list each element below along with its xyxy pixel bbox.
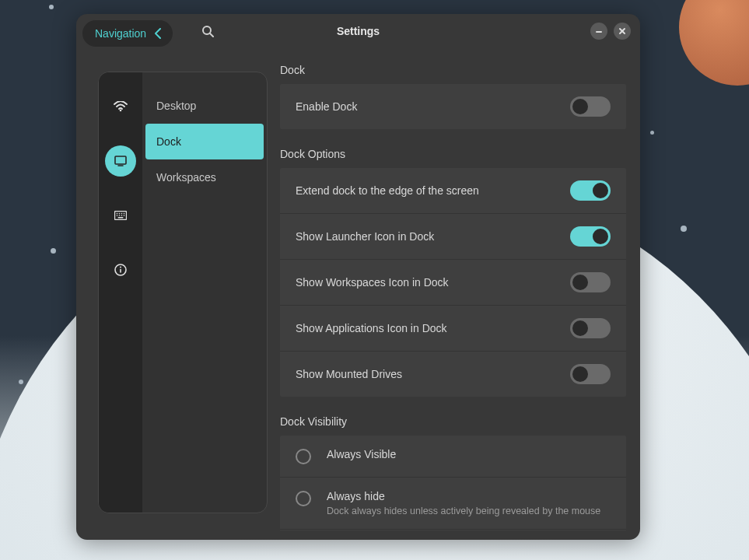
svg-point-14 bbox=[119, 215, 121, 216]
keyboard-icon bbox=[114, 211, 127, 220]
radio-sublabel: Dock always hides unless actively being … bbox=[327, 506, 600, 516]
row-mounted-drives: Show Mounted Drives bbox=[280, 352, 626, 397]
settings-window: Navigation Settings bbox=[76, 14, 640, 540]
svg-point-15 bbox=[121, 215, 123, 216]
search-button[interactable] bbox=[198, 21, 218, 41]
section-options: Extend dock to the edge of the screen Sh… bbox=[280, 168, 626, 397]
svg-rect-17 bbox=[118, 217, 124, 219]
display-icon bbox=[114, 156, 127, 166]
svg-point-10 bbox=[119, 213, 121, 215]
sidebar-category-wifi[interactable] bbox=[105, 91, 136, 122]
svg-rect-6 bbox=[115, 156, 126, 164]
svg-point-13 bbox=[117, 215, 118, 216]
row-applications-icon: Show Applications Icon in Dock bbox=[280, 306, 626, 352]
radio-label: Always Visible bbox=[327, 448, 396, 460]
nav-label: Navigation bbox=[95, 27, 146, 40]
row-launcher-icon: Show Launcher Icon in Dock bbox=[280, 214, 626, 260]
radio-always-hide[interactable]: Always hide Dock always hides unless act… bbox=[280, 478, 626, 530]
row-label: Show Applications Icon in Dock bbox=[296, 322, 447, 334]
toggle-launcher-icon[interactable] bbox=[570, 226, 611, 247]
row-label: Show Launcher Icon in Dock bbox=[296, 230, 434, 243]
section-heading-options: Dock Options bbox=[280, 143, 637, 168]
toggle-mounted-drives[interactable] bbox=[570, 364, 611, 384]
svg-rect-20 bbox=[120, 269, 121, 273]
radio-always-visible[interactable]: Always Visible bbox=[280, 436, 626, 478]
radio-label: Always hide bbox=[327, 490, 600, 502]
svg-line-1 bbox=[210, 33, 213, 37]
sidebar-item-dock[interactable]: Dock bbox=[145, 124, 264, 159]
row-workspaces-icon: Show Workspaces Icon in Dock bbox=[280, 260, 626, 306]
toggle-extend-dock[interactable] bbox=[570, 180, 611, 201]
sidebar-category-keyboard[interactable] bbox=[105, 200, 136, 231]
row-label: Extend dock to the edge of the screen bbox=[296, 184, 479, 197]
sidebar-item-label: Dock bbox=[156, 135, 181, 148]
close-icon bbox=[618, 27, 626, 35]
section-visibility: Always Visible Always hide Dock always h… bbox=[280, 436, 626, 530]
sidebar-category-display[interactable] bbox=[105, 145, 136, 177]
svg-point-9 bbox=[117, 213, 118, 215]
radio-intelligently-hide[interactable]: Intelligently hide Dock hides when any w… bbox=[280, 530, 626, 530]
toggle-enable-dock[interactable] bbox=[570, 96, 611, 117]
radio-icon bbox=[296, 491, 311, 506]
chevron-left-icon bbox=[154, 28, 162, 39]
svg-point-11 bbox=[121, 213, 123, 215]
sidebar-icon-column bbox=[99, 72, 142, 513]
row-enable-dock: Enable Dock bbox=[280, 84, 626, 129]
wifi-icon bbox=[114, 101, 128, 112]
titlebar: Navigation Settings bbox=[76, 14, 640, 48]
row-extend-dock: Extend dock to the edge of the screen bbox=[280, 168, 626, 214]
sidebar-item-workspaces[interactable]: Workspaces bbox=[142, 159, 267, 195]
search-icon bbox=[201, 25, 214, 37]
sidebar: Desktop Dock Workspaces bbox=[98, 72, 268, 513]
radio-icon bbox=[296, 449, 311, 464]
svg-point-12 bbox=[124, 213, 125, 215]
section-heading-visibility: Dock Visibility bbox=[280, 411, 637, 436]
toggle-applications-icon[interactable] bbox=[570, 318, 611, 338]
sidebar-subcolumn: Desktop Dock Workspaces bbox=[142, 72, 267, 513]
row-label: Enable Dock bbox=[296, 100, 357, 113]
minimize-button[interactable] bbox=[590, 23, 607, 40]
content-pane[interactable]: Dock Enable Dock Dock Options Extend doc… bbox=[268, 48, 637, 530]
nav-back-button[interactable]: Navigation bbox=[82, 20, 173, 47]
sidebar-item-label: Desktop bbox=[156, 100, 196, 112]
minimize-icon bbox=[595, 27, 603, 35]
section-heading-dock: Dock bbox=[280, 59, 637, 84]
svg-point-16 bbox=[124, 215, 125, 216]
window-title: Settings bbox=[337, 25, 380, 37]
close-button[interactable] bbox=[614, 23, 631, 40]
section-dock: Enable Dock bbox=[280, 84, 626, 129]
sidebar-item-desktop[interactable]: Desktop bbox=[142, 88, 267, 124]
row-label: Show Workspaces Icon in Dock bbox=[296, 276, 449, 289]
toggle-workspaces-icon[interactable] bbox=[570, 272, 611, 292]
row-label: Show Mounted Drives bbox=[296, 368, 402, 380]
svg-point-19 bbox=[120, 267, 121, 268]
info-icon bbox=[114, 264, 127, 276]
sidebar-category-info[interactable] bbox=[105, 254, 136, 285]
svg-point-5 bbox=[120, 110, 122, 112]
sidebar-item-label: Workspaces bbox=[156, 171, 216, 184]
